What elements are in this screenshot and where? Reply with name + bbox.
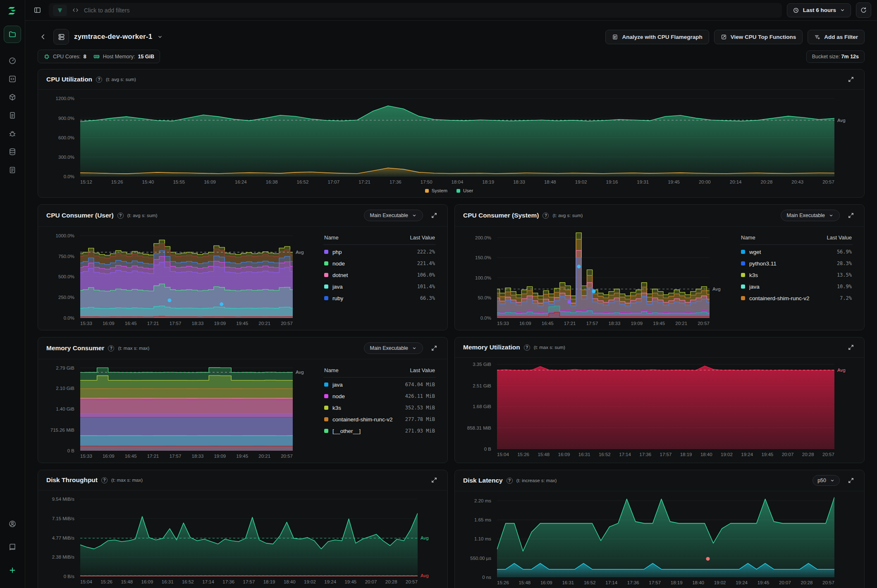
expand-button[interactable] [846, 210, 856, 220]
cpu-utilization-chart[interactable]: 0.0%300.0%600.0%900.0%1200.0%Avg15:1215:… [44, 95, 854, 193]
panel-title: Disk Throughput [46, 476, 98, 484]
expand-button[interactable] [846, 476, 856, 485]
x-tick-label: 20:21 [258, 454, 270, 459]
expand-button[interactable] [429, 210, 439, 220]
plot-area[interactable]: AvgAvg [80, 495, 418, 576]
sidebar-item-database[interactable] [5, 145, 20, 159]
add-as-filter-button[interactable]: Add as Filter [808, 30, 865, 44]
sidebar-item-reports[interactable] [5, 108, 20, 122]
cpu-consumer-user-chart[interactable]: 0.0%250.0%500.0%750.0%1000.0%Avg15:3316:… [44, 232, 313, 326]
sidebar-item-hosts-active[interactable] [4, 26, 21, 43]
legend-table-row[interactable]: python3.1128.3% [740, 258, 853, 269]
disk-latency-chart[interactable]: 0 ns550.00 µs1.10 ms1.65 ms2.20 ms15:261… [461, 496, 854, 588]
help-icon[interactable]: ? [542, 213, 549, 219]
sidebar-item-notes[interactable] [5, 163, 20, 177]
legend-table-row[interactable]: java10.9% [740, 281, 853, 292]
y-tick-label: 1.40 GiB [56, 406, 74, 411]
percentile-dropdown[interactable]: p50 [812, 475, 840, 486]
x-tick-label: 16:24 [235, 179, 247, 184]
series-last-value: 426.11 MiB [405, 393, 435, 399]
time-range-button[interactable]: Last 6 hours [787, 3, 851, 17]
legend-table-row[interactable]: dotnet106.0% [323, 269, 436, 281]
sidebar-item-debug[interactable] [5, 127, 20, 141]
series-swatch [741, 261, 745, 265]
expand-button[interactable] [429, 475, 439, 485]
x-tick-label: 16:52 [584, 580, 596, 585]
legend-item[interactable]: User [456, 188, 473, 193]
group-by-dropdown[interactable]: Main Executable [364, 210, 423, 221]
plot-area[interactable]: Avg [497, 363, 834, 449]
help-icon[interactable]: ? [507, 478, 513, 484]
legend-table-row[interactable]: ruby66.3% [323, 292, 436, 304]
legend-table-row[interactable]: java674.04 MiB [323, 379, 436, 390]
refresh-button[interactable] [856, 2, 871, 18]
legend-table-header: NameLast Value [323, 232, 436, 245]
sidebar-toggle-button[interactable] [31, 4, 44, 17]
plot-area[interactable]: Avg [80, 232, 293, 318]
plot-area[interactable]: Avg [80, 95, 834, 177]
x-tick-label: 16:09 [103, 454, 115, 459]
account-button[interactable] [5, 517, 20, 531]
x-tick-label: 18:40 [700, 452, 712, 457]
series-name: wget [749, 249, 761, 255]
avg-line-label: Avg [296, 370, 304, 375]
plot-area[interactable]: Avg [497, 232, 710, 318]
cpu-consumer-system-chart[interactable]: 0.0%50.0%100.0%150.0%200.0%Avg15:3316:09… [461, 232, 729, 326]
series-name: java [749, 284, 760, 290]
expand-button[interactable] [846, 74, 856, 84]
group-by-dropdown[interactable]: Main Executable [781, 210, 840, 221]
y-tick-label: 600.0% [58, 135, 74, 140]
legend-table-row[interactable]: php222.2% [323, 246, 436, 258]
help-icon[interactable]: ? [108, 345, 114, 351]
title-chevron-down-icon[interactable] [157, 34, 163, 40]
y-tick-label: 550.00 µs [470, 556, 491, 561]
y-tick-label: 250.0% [58, 295, 74, 300]
x-tick-label: 17:57 [660, 452, 672, 457]
expand-icon [848, 212, 854, 219]
docs-button[interactable] [5, 540, 20, 554]
legend-table-row[interactable]: wget56.9% [740, 246, 853, 258]
memory-consumer-chart[interactable]: 0 B715.26 MiB1.40 GiB2.10 GiB2.79 GiBAvg… [44, 364, 313, 459]
x-tick-label: 19:31 [637, 179, 649, 184]
legend-table-row[interactable]: node426.11 MiB [323, 390, 436, 402]
sidebar-item-packages[interactable] [5, 90, 20, 104]
legend-table-row[interactable]: containerd-shim-runc-v2277.78 MiB [323, 414, 436, 425]
help-icon[interactable]: ? [117, 213, 124, 219]
filter-bar[interactable] [49, 3, 782, 18]
view-top-functions-button[interactable]: View CPU Top Functions [714, 30, 803, 44]
legend-table-row[interactable]: k3s352.53 MiB [323, 402, 436, 414]
legend-table-row[interactable]: [__other__]271.93 MiB [323, 425, 436, 437]
expand-button[interactable] [429, 343, 439, 353]
sidebar-item-code[interactable] [5, 72, 20, 86]
help-icon[interactable]: ? [101, 477, 108, 483]
entity-header: zymtrace-dev-worker-1 Analyze with CPU F… [38, 27, 865, 46]
legend-table-row[interactable]: node221.4% [323, 258, 436, 269]
zymtrace-logo-icon[interactable] [7, 5, 18, 17]
plot-area[interactable] [497, 496, 834, 577]
code-filter-icon[interactable] [72, 7, 79, 14]
series-swatch [324, 296, 328, 300]
add-button[interactable] [5, 563, 20, 577]
filter-input[interactable] [84, 7, 778, 14]
back-button[interactable] [38, 31, 48, 42]
x-tick-label: 16:45 [542, 321, 554, 326]
expand-button[interactable] [846, 342, 856, 352]
legend-table-row[interactable]: java101.4% [323, 281, 436, 292]
memory-utilization-chart[interactable]: 0 B858.31 MiB1.68 GiB2.51 GiB3.35 GiBAvg… [461, 363, 854, 457]
legend-table-row[interactable]: k3s13.5% [740, 269, 853, 281]
series-last-value: 221.4% [417, 261, 435, 266]
legend-item[interactable]: System [425, 188, 447, 193]
aggregation-label: (t: avg s: sum) [552, 213, 583, 218]
filter-mode-group[interactable] [53, 5, 67, 16]
series-last-value: 66.3% [420, 295, 435, 301]
help-icon[interactable]: ? [524, 344, 530, 351]
disk-throughput-chart[interactable]: 0 B/s2.38 MiB/s4.77 MiB/s7.15 MiB/s9.54 … [44, 495, 437, 588]
series-name: php [332, 249, 342, 255]
x-tick-label: 15:12 [80, 179, 92, 184]
analyze-flamegraph-button[interactable]: Analyze with CPU Flamegraph [605, 30, 709, 44]
plot-area[interactable]: Avg [80, 364, 293, 451]
legend-table-row[interactable]: containerd-shim-runc-v27.2% [740, 292, 853, 304]
sidebar-item-gauge[interactable] [5, 54, 20, 68]
group-by-dropdown[interactable]: Main Executable [364, 342, 423, 354]
help-icon[interactable]: ? [96, 76, 102, 83]
